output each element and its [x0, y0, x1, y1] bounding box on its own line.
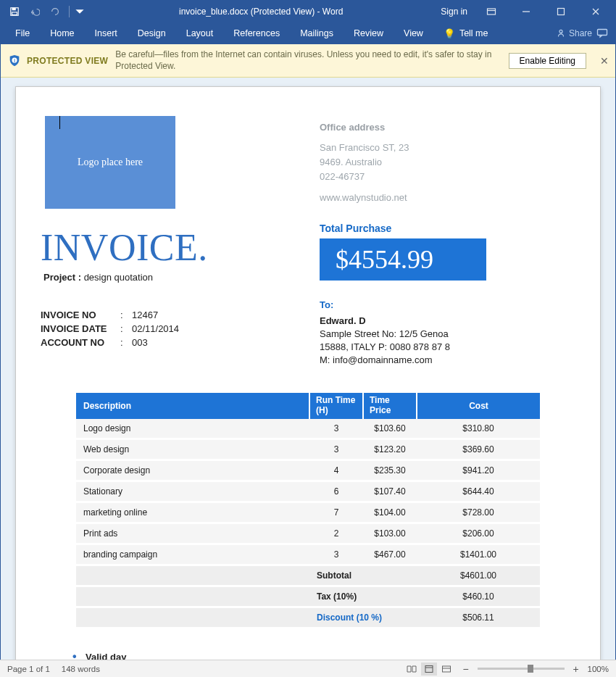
- zoom-in-button[interactable]: +: [570, 664, 582, 674]
- cell-cost: $1401.00: [417, 545, 540, 564]
- cell-runtime: 2: [309, 524, 363, 543]
- tab-home[interactable]: Home: [40, 22, 84, 44]
- to-cityphone: 15888, ITALY P: 0080 878 87 8: [320, 341, 575, 354]
- cell-desc: Corporate design: [76, 461, 309, 480]
- cell-cost: $941.20: [417, 461, 540, 480]
- table-row: Logo design3$103.60$310.80: [76, 419, 540, 438]
- cell-desc: Logo design: [76, 419, 309, 438]
- qat-separator: [69, 6, 70, 17]
- document-canvas[interactable]: Logo place here INVOICE. Project : desig…: [1, 78, 615, 660]
- window-title: invoice_blue.docx (Protected View) - Wor…: [86, 7, 436, 17]
- tax-value: $460.10: [417, 587, 540, 606]
- cell-runtime: 3: [309, 545, 363, 564]
- cell-runtime: 7: [309, 503, 363, 522]
- enable-editing-button[interactable]: Enable Editing: [509, 53, 586, 69]
- close-button[interactable]: [580, 1, 611, 22]
- qat-customize-button[interactable]: [74, 2, 86, 21]
- total-purchase-value: $4554.99: [320, 238, 486, 281]
- save-button[interactable]: [5, 2, 24, 21]
- sign-in-link[interactable]: Sign in: [436, 7, 472, 17]
- protected-view-message: Be careful—files from the Internet can c…: [115, 49, 508, 72]
- office-line1: San Francisco ST, 23: [320, 141, 575, 155]
- th-cost: Cost: [417, 393, 540, 419]
- cell-cost: $728.00: [417, 503, 540, 522]
- office-heading: Office address: [320, 120, 575, 135]
- tell-me-search[interactable]: 💡 Tell me: [433, 22, 499, 44]
- protected-view-title: PROTECTED VIEW: [27, 56, 115, 66]
- to-street: Sample Street No: 12/5 Genoa: [320, 328, 575, 341]
- th-timeprice: Time Price: [363, 393, 417, 419]
- print-layout-button[interactable]: [421, 663, 437, 676]
- status-page[interactable]: Page 1 of 1: [7, 665, 50, 673]
- table-row: branding campaign3$467.00$1401.00: [76, 545, 540, 564]
- tab-view[interactable]: View: [394, 22, 433, 44]
- zoom-out-button[interactable]: −: [460, 664, 472, 674]
- invoice-date-value: 02/11/2014: [132, 323, 179, 336]
- cell-timeprice: $104.00: [363, 503, 417, 522]
- shield-icon: i: [8, 54, 21, 67]
- ribbon-display-options-button[interactable]: [476, 1, 507, 22]
- svg-rect-2: [12, 12, 17, 15]
- banner-close-button[interactable]: ✕: [594, 55, 615, 67]
- invoice-table: Description Run Time (H) Time Price Cost…: [76, 393, 540, 627]
- table-row: Print ads2$103.00$206.00: [76, 524, 540, 543]
- subtotal-value: $4601.00: [417, 566, 540, 585]
- office-web: www.walynstudio.net: [320, 191, 575, 205]
- tab-layout[interactable]: Layout: [176, 22, 224, 44]
- project-line: Project : design quotation: [41, 272, 296, 283]
- table-row: Corporate design4$235.30$941.20: [76, 461, 540, 480]
- text-caret: [59, 116, 60, 129]
- zoom-slider-thumb[interactable]: [528, 665, 533, 673]
- th-description: Description: [76, 393, 309, 419]
- tell-me-label: Tell me: [459, 28, 488, 38]
- tab-insert[interactable]: Insert: [85, 22, 128, 44]
- tab-references[interactable]: References: [223, 22, 290, 44]
- office-line2: 9469. Australio: [320, 155, 575, 170]
- comments-icon[interactable]: [596, 28, 608, 38]
- cell-desc: Web design: [76, 440, 309, 459]
- tab-design[interactable]: Design: [128, 22, 176, 44]
- document-page[interactable]: Logo place here INVOICE. Project : desig…: [15, 86, 601, 660]
- redo-button[interactable]: [46, 2, 64, 21]
- account-no-value: 003: [132, 336, 148, 350]
- cell-desc: Print ads: [76, 524, 309, 543]
- svg-rect-3: [488, 9, 496, 14]
- table-row: marketing online7$104.00$728.00: [76, 503, 540, 522]
- zoom-value[interactable]: 100%: [588, 665, 609, 673]
- maximize-button[interactable]: [546, 1, 576, 22]
- cell-cost: $310.80: [417, 419, 540, 438]
- tax-label: Tax (10%): [309, 587, 417, 606]
- office-phone: 022-46737: [320, 170, 575, 184]
- share-button[interactable]: Share: [556, 28, 592, 38]
- tab-mailings[interactable]: Mailings: [290, 22, 344, 44]
- cell-runtime: 3: [309, 440, 363, 459]
- invoice-heading: INVOICE.: [41, 226, 296, 269]
- undo-button[interactable]: [25, 2, 44, 21]
- status-words[interactable]: 148 words: [62, 665, 100, 673]
- tab-review[interactable]: Review: [344, 22, 394, 44]
- account-no-label: ACCOUNT NO: [41, 336, 120, 350]
- cell-timeprice: $107.40: [363, 482, 417, 501]
- svg-rect-4: [558, 9, 565, 15]
- svg-point-5: [559, 30, 562, 33]
- cell-timeprice: $123.20: [363, 440, 417, 459]
- cell-runtime: 4: [309, 461, 363, 480]
- zoom-slider[interactable]: [478, 668, 565, 670]
- project-value: design quotation: [84, 272, 153, 283]
- read-mode-button[interactable]: [404, 663, 420, 676]
- svg-rect-9: [425, 665, 433, 672]
- table-row: Stationary6$107.40$644.40: [76, 482, 540, 501]
- to-block: Edward. D Sample Street No: 12/5 Genoa 1…: [320, 315, 575, 367]
- subtotal-label: Subtotal: [309, 566, 417, 585]
- svg-text:i: i: [14, 57, 15, 62]
- svg-rect-10: [442, 666, 450, 672]
- logo-placeholder: Logo place here: [45, 116, 175, 209]
- minimize-button[interactable]: [511, 1, 541, 22]
- tab-file[interactable]: File: [5, 22, 40, 44]
- cell-desc: marketing online: [76, 503, 309, 522]
- discount-label: Discount (10 %): [309, 608, 417, 627]
- invoice-no-value: 12467: [132, 309, 158, 323]
- cell-cost: $644.40: [417, 482, 540, 501]
- lightbulb-icon: 💡: [444, 28, 455, 39]
- web-layout-button[interactable]: [438, 663, 454, 676]
